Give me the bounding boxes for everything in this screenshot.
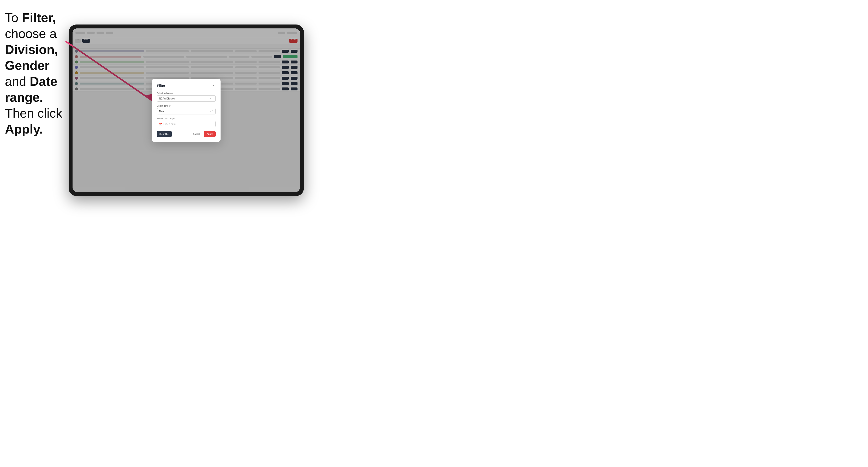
division-select-icons: × ⌃	[210, 97, 213, 100]
division-clear-icon[interactable]: ×	[210, 97, 211, 100]
instruction-bold2: Division, Gender	[5, 42, 58, 72]
tablet-frame: All Filter + Add	[69, 25, 304, 196]
gender-select[interactable]: Men × ⌃	[157, 108, 216, 115]
division-select[interactable]: NCAA Division I × ⌃	[157, 95, 216, 102]
modal-close-button[interactable]: ×	[211, 84, 216, 88]
division-value: NCAA Division I	[159, 97, 177, 100]
apply-button[interactable]: Apply	[204, 131, 216, 137]
cancel-button[interactable]: Cancel	[190, 131, 202, 137]
modal-overlay: Filter × Select a division NCAA Division…	[72, 28, 300, 192]
modal-title: Filter	[157, 84, 165, 88]
clear-filter-button[interactable]: Clear filter	[157, 131, 172, 137]
instruction-line4: Then click Apply.	[5, 106, 62, 136]
modal-header: Filter ×	[157, 84, 216, 88]
gender-field-group: Select gender Men × ⌃	[157, 105, 216, 115]
instruction-line3: and Date range.	[5, 74, 57, 104]
division-field-group: Select a division NCAA Division I × ⌃	[157, 92, 216, 102]
filter-modal: Filter × Select a division NCAA Division…	[152, 79, 221, 142]
calendar-icon: 📅	[159, 123, 162, 125]
date-placeholder: Pick a date	[163, 123, 176, 125]
date-label: Select Date range	[157, 117, 216, 120]
date-field-group: Select Date range 📅 Pick a date	[157, 117, 216, 127]
division-chevron-icon: ⌃	[212, 97, 213, 100]
tablet-screen: All Filter + Add	[72, 28, 300, 192]
instruction-panel: To Filter, choose a Division, Gender and…	[5, 10, 76, 137]
division-label: Select a division	[157, 92, 216, 94]
gender-select-icons: × ⌃	[210, 110, 213, 113]
modal-footer: Clear filter Cancel Apply	[157, 131, 216, 137]
instruction-line1: To Filter, choose a	[5, 10, 57, 41]
gender-label: Select gender	[157, 105, 216, 107]
gender-chevron-icon: ⌃	[212, 110, 213, 113]
date-input[interactable]: 📅 Pick a date	[157, 121, 216, 127]
gender-clear-icon[interactable]: ×	[210, 110, 211, 113]
gender-value: Men	[159, 110, 164, 113]
footer-btn-group: Cancel Apply	[190, 131, 216, 137]
